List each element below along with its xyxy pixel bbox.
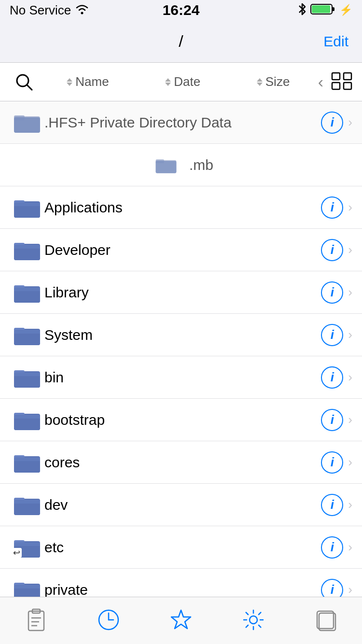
tab-history[interactable] <box>75 608 142 633</box>
info-button[interactable]: i <box>321 366 343 389</box>
svg-marker-64 <box>171 610 191 629</box>
chevron-right-icon: › <box>348 327 352 342</box>
tab-windows[interactable] <box>292 608 360 633</box>
info-button[interactable]: i <box>321 281 343 304</box>
svg-rect-55 <box>14 585 40 588</box>
file-row[interactable]: dev i › <box>0 484 362 526</box>
folder-symlink-icon: ↩ <box>10 536 44 559</box>
chevron-right-icon: › <box>348 540 352 555</box>
file-name: .HFS+ Private Directory Data <box>44 114 321 131</box>
charging-icon: ⚡ <box>339 4 352 16</box>
battery-icon <box>310 3 335 17</box>
chevron-right-icon: › <box>348 370 352 385</box>
folder-icon <box>10 239 44 261</box>
sort-size-button[interactable]: Size <box>257 74 290 89</box>
file-row[interactable]: ↩ etc i › <box>0 526 362 569</box>
chevron-right-icon: › <box>348 242 352 257</box>
file-row[interactable]: bin i › <box>0 356 362 399</box>
file-row[interactable]: .mb <box>0 144 362 186</box>
folder-icon <box>149 156 183 174</box>
file-name: private <box>44 582 321 598</box>
chevron-right-icon: › <box>348 115 352 130</box>
toolbar: Name Date Size ‹ <box>0 63 362 101</box>
info-button[interactable]: i <box>321 451 343 474</box>
file-row[interactable]: bootstrap i › <box>0 399 362 441</box>
info-button[interactable]: i <box>321 409 343 431</box>
info-button[interactable]: i <box>321 112 343 134</box>
gear-icon <box>242 608 265 633</box>
svg-rect-15 <box>156 161 177 173</box>
file-name: bootstrap <box>44 412 321 428</box>
search-button[interactable] <box>10 73 39 91</box>
file-row[interactable]: Developer i › <box>0 229 362 271</box>
folder-icon <box>10 281 44 304</box>
file-row[interactable]: .HFS+ Private Directory Data i › <box>0 101 362 144</box>
file-actions: i › <box>321 451 352 474</box>
file-list: .HFS+ Private Directory Data i › .mb <box>0 101 362 611</box>
file-name: etc <box>44 539 321 556</box>
svg-rect-39 <box>14 415 40 419</box>
status-time: 16:24 <box>163 2 200 18</box>
file-row[interactable]: Library i › <box>0 271 362 314</box>
tab-bar <box>0 597 362 644</box>
folder-icon <box>10 494 44 516</box>
history-icon <box>97 608 120 633</box>
info-button[interactable]: i <box>321 536 343 559</box>
svg-rect-47 <box>14 500 40 504</box>
file-actions: i › <box>321 196 352 219</box>
svg-rect-6 <box>332 73 340 80</box>
svg-rect-12 <box>14 117 40 133</box>
file-actions: i › <box>321 494 352 516</box>
back-button[interactable]: ‹ <box>318 72 323 91</box>
grid-view-button[interactable] <box>331 72 352 92</box>
file-name: .mb <box>189 157 213 173</box>
folder-icon <box>10 324 44 346</box>
nav-bar: / Edit <box>0 20 362 63</box>
info-button[interactable]: i <box>321 324 343 346</box>
file-actions: i › <box>321 366 352 389</box>
file-row[interactable]: Applications i › <box>0 186 362 229</box>
svg-rect-3 <box>312 5 330 13</box>
svg-rect-56 <box>28 611 44 630</box>
svg-rect-27 <box>14 287 40 291</box>
info-button[interactable]: i <box>321 494 343 516</box>
info-button[interactable]: i <box>321 239 343 261</box>
edit-button[interactable]: Edit <box>323 33 348 50</box>
svg-rect-9 <box>344 83 351 89</box>
info-button[interactable]: i <box>321 196 343 219</box>
file-row[interactable]: System i › <box>0 314 362 356</box>
file-row[interactable]: cores i › <box>0 441 362 484</box>
svg-rect-51 <box>14 542 40 546</box>
svg-point-0 <box>81 12 84 14</box>
tab-settings[interactable] <box>220 608 287 633</box>
file-actions: i › <box>321 112 352 134</box>
file-actions: i › <box>321 281 352 304</box>
folder-icon <box>10 409 44 431</box>
svg-point-65 <box>250 616 257 624</box>
tab-favorites[interactable] <box>147 608 215 633</box>
tab-clipboard[interactable] <box>2 607 70 634</box>
svg-rect-7 <box>344 73 351 80</box>
file-actions: i › <box>321 409 352 431</box>
carrier-text: No Service <box>10 3 71 18</box>
svg-rect-2 <box>332 7 334 11</box>
file-actions: i › <box>321 536 352 559</box>
chevron-right-icon: › <box>348 455 352 470</box>
svg-rect-31 <box>14 330 40 334</box>
file-name: Library <box>44 284 321 301</box>
nav-title: / <box>179 32 183 51</box>
chevron-right-icon: › <box>348 285 352 300</box>
folder-icon <box>10 196 44 219</box>
wifi-icon <box>75 3 89 18</box>
chevron-right-icon: › <box>348 200 352 215</box>
file-name: System <box>44 327 321 343</box>
file-name: Applications <box>44 199 321 216</box>
folder-icon <box>10 366 44 389</box>
svg-line-5 <box>27 85 32 90</box>
svg-rect-8 <box>332 83 340 89</box>
sort-name-button[interactable]: Name <box>67 74 109 89</box>
svg-rect-19 <box>14 202 40 206</box>
sort-date-button[interactable]: Date <box>165 74 200 89</box>
file-actions: i › <box>321 239 352 261</box>
file-name: Developer <box>44 242 321 258</box>
